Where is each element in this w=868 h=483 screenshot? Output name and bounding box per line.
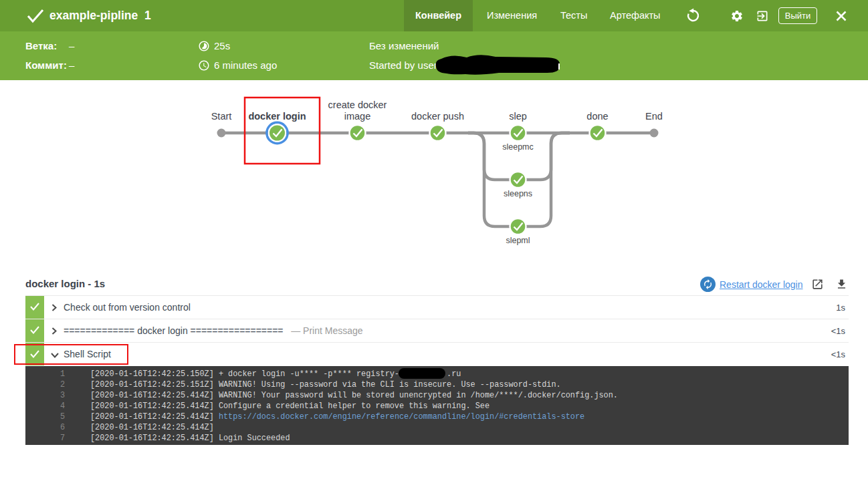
svg-text:docker push: docker push: [411, 111, 464, 122]
svg-text:End: End: [645, 111, 663, 122]
svg-text:sleepmc: sleepmc: [502, 142, 534, 152]
svg-text:docker login: docker login: [248, 111, 306, 122]
svg-text:image: image: [344, 111, 371, 122]
svg-text:sleepns: sleepns: [504, 189, 532, 198]
svg-text:done: done: [586, 111, 608, 122]
svg-text:Start: Start: [211, 111, 232, 122]
svg-text:create docker: create docker: [328, 100, 387, 110]
svg-text:slep: slep: [509, 111, 527, 122]
svg-text:slepml: slepml: [506, 236, 530, 245]
